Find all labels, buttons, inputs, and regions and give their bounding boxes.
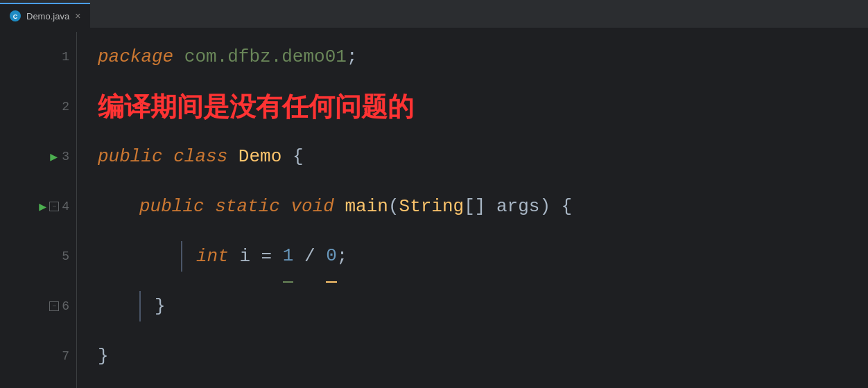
line-num-1: 1	[0, 32, 76, 82]
svg-text:C: C	[13, 13, 18, 20]
line-num-4: ▶ − 4	[0, 182, 76, 231]
keyword-class: class	[173, 132, 227, 182]
tab-close-button[interactable]: ×	[75, 11, 80, 21]
java-file-icon: C	[10, 10, 21, 21]
class-name-demo: Demo	[238, 132, 281, 182]
vert-line-5	[181, 241, 182, 272]
param-args: args) {	[496, 182, 572, 231]
number-0: 0	[326, 231, 337, 283]
keyword-static: static	[215, 182, 280, 231]
keyword-void: void	[290, 182, 333, 231]
demo-java-tab[interactable]: C Demo.java ×	[0, 3, 90, 28]
code-lines: package com.dfbz.demo01 ; 编译期间是没有任何问题的 p…	[77, 28, 868, 388]
vert-line-6	[139, 291, 141, 321]
param-string: String	[399, 182, 465, 231]
fold-icon-line6[interactable]: −	[49, 301, 59, 311]
code-line-5: int i = 1 / 0 ;	[98, 231, 868, 281]
fold-icon-line4[interactable]: −	[49, 202, 59, 211]
method-main: main	[345, 182, 388, 231]
editor-container: C Demo.java × 1 2 ▶ 3 ▶	[0, 0, 868, 388]
line-num-2: 2	[0, 82, 76, 132]
line-number-6: 6	[62, 299, 69, 313]
code-line-4: public static void main ( String [] args…	[98, 182, 868, 231]
code-line-1: package com.dfbz.demo01 ;	[98, 32, 868, 82]
line-number-3: 3	[62, 150, 69, 164]
line-number-4: 4	[62, 200, 69, 213]
package-name: com.dfbz.demo01	[184, 32, 347, 82]
line-num-6: − 6	[0, 281, 76, 331]
space-1	[173, 32, 184, 82]
tab-filename: Demo.java	[26, 11, 69, 21]
annotation-text: 编译期间是没有任何问题的	[98, 82, 414, 132]
keyword-int: int	[196, 231, 229, 281]
line-number-5: 5	[62, 249, 69, 263]
closing-brace-outer: }	[98, 331, 109, 381]
line-number-7: 7	[62, 349, 69, 363]
run-icon-line3[interactable]: ▶	[50, 149, 58, 164]
keyword-public-4: public	[139, 182, 205, 231]
code-line-3: public class Demo {	[98, 132, 868, 182]
line-num-7: 7	[0, 331, 76, 381]
line-num-5: 5	[0, 231, 76, 281]
code-area: 1 2 ▶ 3 ▶ − 4 5 − 6	[0, 28, 868, 388]
semicolon-1: ;	[347, 32, 358, 82]
code-line-2: 编译期间是没有任何问题的	[98, 82, 868, 132]
run-icon-line4[interactable]: ▶	[39, 199, 46, 214]
code-line-6: }	[98, 281, 868, 331]
keyword-package: package	[98, 32, 173, 82]
keyword-public-3: public	[98, 132, 163, 182]
line-num-3: ▶ 3	[0, 132, 76, 182]
closing-brace-inner: }	[155, 281, 166, 331]
number-1: 1	[283, 231, 294, 283]
line-gutter: 1 2 ▶ 3 ▶ − 4 5 − 6	[0, 28, 76, 388]
tab-bar: C Demo.java ×	[0, 0, 868, 28]
code-line-7: }	[98, 331, 868, 381]
line-number-2: 2	[62, 100, 69, 114]
line-number-1: 1	[62, 50, 69, 64]
